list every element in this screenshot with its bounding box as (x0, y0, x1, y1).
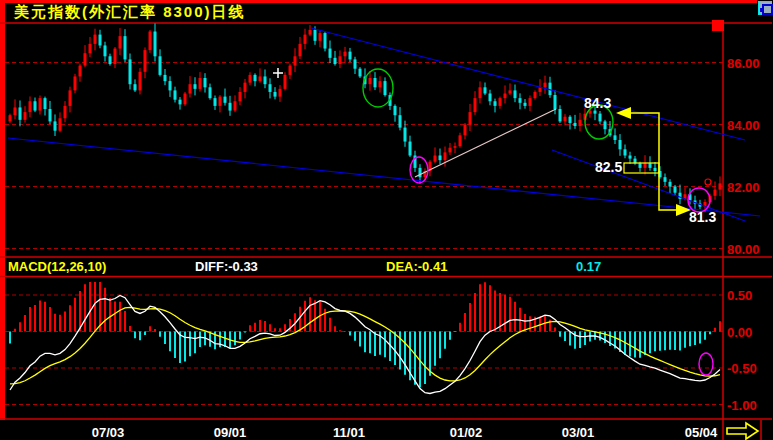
dea-value-label: DEA:-0.41 (386, 259, 447, 274)
svg-text:80.00: 80.00 (727, 242, 760, 257)
svg-text:82.5: 82.5 (595, 159, 622, 175)
svg-text:84.00: 84.00 (727, 118, 760, 133)
date-axis: 07/0309/0111/0101/0203/0105/04 (92, 425, 718, 440)
svg-text:05/04: 05/04 (685, 425, 718, 440)
svg-text:-1.00: -1.00 (727, 398, 757, 413)
scroll-right-arrow[interactable] (727, 423, 758, 439)
svg-text:82.00: 82.00 (727, 180, 760, 195)
mouse-crosshair-cursor (273, 68, 283, 78)
svg-text:84.3: 84.3 (584, 95, 611, 111)
candles (9, 23, 722, 211)
svg-text:86.00: 86.00 (727, 56, 760, 71)
svg-text:81.3: 81.3 (689, 209, 716, 225)
diff-value-label: DIFF:-0.33 (195, 259, 258, 274)
svg-text:0.50: 0.50 (727, 288, 752, 303)
macd-bar-value-label: 0.17 (576, 259, 601, 274)
indicator-info-bar: MACD(12,26,10) DIFF:-0.33 DEA:-0.41 0.17 (0, 258, 723, 276)
last-bar-marker (705, 179, 711, 185)
ellipse-annotations (363, 69, 713, 375)
macd-panel (10, 282, 720, 393)
svg-text:-0.50: -0.50 (727, 361, 757, 376)
chart-window: 美元指数(外汇汇率 8300)日线 86.0084.0082.0080.000.… (0, 0, 773, 440)
svg-text:09/01: 09/01 (214, 425, 247, 440)
macd-params-label: MACD(12,26,10) (8, 259, 106, 274)
svg-text:0.00: 0.00 (727, 325, 752, 340)
svg-text:11/01: 11/01 (333, 425, 365, 440)
svg-text:03/01: 03/01 (562, 425, 595, 440)
gridlines: 86.0084.0082.0080.000.500.00-0.50-1.00 (5, 56, 760, 413)
svg-text:07/03: 07/03 (92, 425, 125, 440)
axis-top-marker (712, 20, 724, 31)
svg-text:01/02: 01/02 (450, 425, 483, 440)
candlestick-chart-canvas[interactable]: 86.0084.0082.0080.000.500.00-0.50-1.0007… (0, 0, 773, 440)
